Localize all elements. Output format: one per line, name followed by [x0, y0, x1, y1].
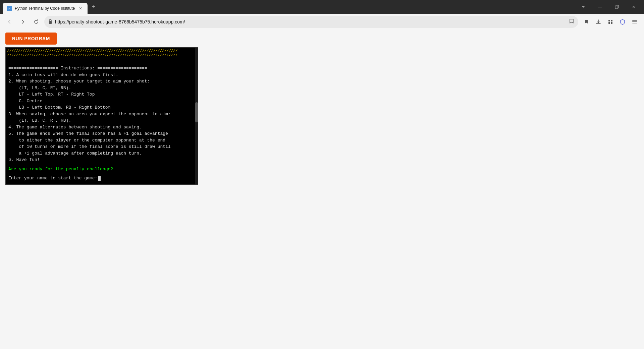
- svg-rect-4: [608, 20, 610, 21]
- instruction-5b: of 10 turns or more if the final score i…: [8, 143, 195, 150]
- svg-text:P: P: [8, 7, 10, 10]
- page-content: RUN PROGRAM ////////////////////////////…: [0, 30, 644, 349]
- new-tab-button[interactable]: +: [89, 2, 98, 12]
- instruction-2a: (LT, LB, C, RT, RB).: [8, 85, 195, 92]
- instruction-2d: LB - Left Bottom, RB - Right Bottom: [8, 104, 195, 111]
- instruction-2c: C- Centre: [8, 98, 195, 105]
- extensions-button[interactable]: [605, 16, 616, 27]
- shield-button[interactable]: [617, 16, 628, 27]
- prompt-input-label: Enter your name to start the game:: [8, 175, 97, 182]
- instruction-2b: LT - Left Top, RT - Right Top: [8, 91, 195, 98]
- instruction-3a: (LT, LB, C, RT, RB).: [8, 117, 195, 124]
- active-tab[interactable]: P Python Terminal by Code Institute ✕: [3, 3, 88, 14]
- svg-rect-10: [632, 23, 637, 23]
- tab-close-button[interactable]: ✕: [77, 5, 84, 11]
- terminal-cursor: [98, 176, 101, 181]
- instruction-3: 3. When saving, choose an area you expec…: [8, 111, 195, 118]
- tab-title: Python Terminal by Code Institute: [15, 6, 75, 11]
- security-lock-icon: [48, 19, 52, 25]
- svg-rect-6: [608, 22, 610, 24]
- downloads-button[interactable]: [593, 16, 604, 27]
- svg-rect-5: [611, 20, 612, 21]
- instruction-2: 2. When shooting, choose your target to …: [8, 78, 195, 85]
- restore-button[interactable]: [609, 2, 625, 12]
- window-controls: — ✕: [576, 2, 641, 12]
- terminal-input-line[interactable]: Enter your name to start the game:: [6, 175, 198, 184]
- instruction-4: 4. The game alternates between shooting …: [8, 124, 195, 131]
- browser-menu-button[interactable]: [629, 16, 640, 27]
- svg-rect-3: [49, 21, 52, 24]
- instruction-5: 5. The game ends when the final score ha…: [8, 130, 195, 137]
- terminal-body: =================== Instructions: ======…: [6, 64, 198, 165]
- address-bar[interactable]: https://penalty-shootout-game-8766b5475b…: [44, 16, 578, 28]
- instruction-6: 6. Have fun!: [8, 157, 195, 163]
- close-button[interactable]: ✕: [626, 2, 641, 12]
- terminal-scrollbar-thumb[interactable]: [195, 102, 198, 122]
- terminal-window[interactable]: ////////////////////////////////////////…: [5, 47, 198, 185]
- url-display: https://penalty-shootout-game-8766b5475b…: [55, 19, 566, 24]
- reload-button[interactable]: [31, 16, 42, 27]
- prompt-question: Are you ready for the penalty challenge?: [8, 166, 195, 173]
- minimize-button[interactable]: —: [592, 2, 608, 12]
- instruction-5a: to either the player or the computer opp…: [8, 137, 195, 144]
- tab-favicon: P: [7, 6, 12, 11]
- title-bar: P Python Terminal by Code Institute ✕ + …: [0, 0, 644, 14]
- forward-button[interactable]: [17, 16, 28, 27]
- back-button[interactable]: [4, 16, 15, 27]
- run-program-button[interactable]: RUN PROGRAM: [5, 33, 57, 45]
- instruction-1: 1. A coin toss will decide who goes firs…: [8, 72, 195, 78]
- svg-rect-7: [611, 22, 612, 24]
- svg-rect-2: [615, 6, 618, 9]
- bookmarks-button[interactable]: [581, 16, 592, 27]
- svg-rect-8: [632, 20, 637, 21]
- terminal-ascii-art: ////////////////////////////////////////…: [6, 48, 198, 64]
- bookmark-icon[interactable]: [569, 18, 574, 25]
- tab-area: P Python Terminal by Code Institute ✕ +: [3, 0, 98, 14]
- instruction-5c: a +1 goal advantage after completing eac…: [8, 150, 195, 157]
- terminal-prompt: Are you ready for the penalty challenge?: [6, 165, 198, 175]
- svg-rect-9: [632, 21, 637, 22]
- terminal-scrollbar[interactable]: [195, 48, 198, 184]
- instructions-header: =================== Instructions: ======…: [8, 65, 195, 72]
- browser-chrome: P Python Terminal by Code Institute ✕ + …: [0, 0, 644, 14]
- navigation-bar: https://penalty-shootout-game-8766b5475b…: [0, 14, 644, 30]
- nav-actions: [581, 16, 640, 27]
- tab-dropdown-button[interactable]: [576, 2, 591, 12]
